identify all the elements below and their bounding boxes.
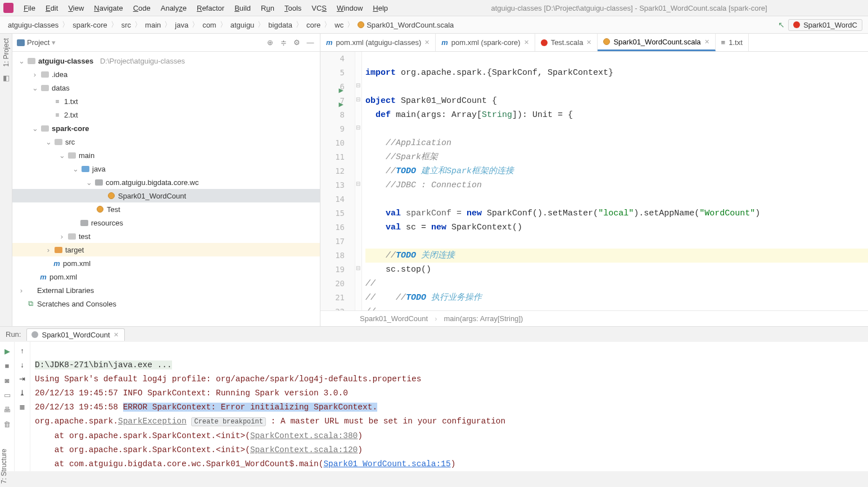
nav-back-icon[interactable]: ↖ xyxy=(775,20,788,29)
tab-test[interactable]: Test.scala✕ xyxy=(535,34,598,51)
tree-datas[interactable]: ⌄datas xyxy=(12,81,320,94)
tree-selected-file[interactable]: Spark01_WordCount xyxy=(12,189,320,202)
close-icon[interactable]: ✕ xyxy=(524,39,529,46)
tree-2txt[interactable]: ≡2.txt xyxy=(12,108,320,121)
menu-analyze[interactable]: Analyze xyxy=(156,2,191,14)
project-panel: Project ▾ ⊕ ≑ ⚙ — ⌄atguigu-classes D:\Pr… xyxy=(12,34,320,326)
left-tool-rail: 1: Project ◧ xyxy=(0,34,12,326)
fold-marker-icon[interactable]: ⊟ xyxy=(356,124,360,130)
console-line: org.apache.spark.SparkException Create b… xyxy=(35,417,505,426)
tree-main[interactable]: ⌄main xyxy=(12,148,320,162)
locate-icon[interactable]: ⊕ xyxy=(265,38,275,48)
crumb-wc[interactable]: wc xyxy=(332,21,346,29)
menu-help[interactable]: Help xyxy=(368,2,392,14)
menu-window[interactable]: Window xyxy=(332,2,367,14)
editor-tabs: mpom.xml (atguigu-classes)✕ mpom.xml (sp… xyxy=(320,34,868,52)
nav-breadcrumb: atguigu-classes〉 spark-core〉 src〉 main〉 … xyxy=(0,16,868,34)
tab-pom-core[interactable]: mpom.xml (spark-core)✕ xyxy=(436,34,535,51)
crumb-root[interactable]: atguigu-classes xyxy=(6,21,61,29)
crumb-method[interactable]: main(args: Array[String]) xyxy=(444,314,523,323)
tree-scratches[interactable]: ⧉Scratches and Consoles xyxy=(12,297,320,310)
tree-target[interactable]: ›target xyxy=(12,243,320,256)
tree-idea[interactable]: ›.idea xyxy=(12,67,320,81)
crumb-com[interactable]: com xyxy=(200,21,219,29)
tab-wordcount[interactable]: Spark01_WordCount.scala✕ xyxy=(598,34,715,51)
collapse-icon[interactable]: ≑ xyxy=(278,38,288,48)
hide-icon[interactable]: — xyxy=(305,38,315,48)
maven-icon: m xyxy=(326,38,333,47)
menu-code[interactable]: Code xyxy=(129,2,155,14)
crumb-core[interactable]: core xyxy=(304,21,323,29)
menu-navigate[interactable]: Navigate xyxy=(89,2,127,14)
up-icon[interactable]: ↑ xyxy=(20,346,24,355)
scroll-icon[interactable]: ⤓ xyxy=(19,389,25,397)
close-icon[interactable]: ✕ xyxy=(586,39,591,46)
menu-vcs[interactable]: VCS xyxy=(307,2,331,14)
tree-1txt[interactable]: ≡1.txt xyxy=(12,94,320,108)
run-config-selector[interactable]: Spark01_WordC xyxy=(788,19,862,31)
console-output[interactable]: D:\JDK8-271\bin\java.exe ... Using Spark… xyxy=(30,342,868,471)
fold-column[interactable]: ⊟ ⊟ ⊟ ⊟ ⊟ xyxy=(355,52,362,310)
scratch-icon: ⧉ xyxy=(26,300,35,308)
menu-edit[interactable]: Edit xyxy=(41,2,62,14)
crumb-class[interactable]: Spark01_WordCount xyxy=(360,314,428,323)
crumb-main[interactable]: main xyxy=(143,21,163,29)
crumb-atguigu[interactable]: atguigu xyxy=(228,21,257,29)
crumb-src[interactable]: src xyxy=(119,21,133,29)
tree-package[interactable]: ⌄com.atguigu.bigdata.core.wc xyxy=(12,175,320,189)
tree-external-libs[interactable]: ›External Libraries xyxy=(12,283,320,297)
editor-area: mpom.xml (atguigu-classes)✕ mpom.xml (sp… xyxy=(320,34,868,326)
tree-test-dir[interactable]: ›test xyxy=(12,229,320,243)
run-output: ▶ ■ ◙ ▭ 🖶 🗑 ↑ ↓ ⇥ ⤓ ≣ D:\JDK8-271\bin\ja… xyxy=(0,342,868,471)
run-gutter-icon[interactable]: ▶ xyxy=(338,83,343,89)
tab-1txt[interactable]: ≡1.txt xyxy=(716,34,749,51)
tab-pom-root[interactable]: mpom.xml (atguigu-classes)✕ xyxy=(320,34,436,51)
tree-resources[interactable]: resources xyxy=(12,216,320,229)
tree-java[interactable]: ⌄java xyxy=(12,162,320,175)
rail-project[interactable]: 1: Project xyxy=(2,38,10,67)
settings-icon[interactable]: ⚙ xyxy=(292,38,302,48)
fold-marker-icon[interactable]: ⊟ xyxy=(356,82,360,88)
project-panel-header: Project ▾ ⊕ ≑ ⚙ — xyxy=(12,34,320,52)
menu-refactor[interactable]: Refactor xyxy=(192,2,229,14)
editor-body[interactable]: 456▶7▶8910111213141516171819202122 ⊟ ⊟ ⊟… xyxy=(320,52,868,310)
filter-icon[interactable]: ≣ xyxy=(19,403,25,411)
create-breakpoint-button[interactable]: Create breakpoint xyxy=(191,417,265,426)
close-icon[interactable]: ✕ xyxy=(704,38,709,46)
window-title: atguigu-classes [D:\Project\atguigu-clas… xyxy=(394,4,865,12)
scala-object-icon xyxy=(603,38,610,45)
run-label: Run: xyxy=(6,330,21,339)
menu-view[interactable]: View xyxy=(64,2,88,14)
fold-marker-icon[interactable]: ⊟ xyxy=(356,96,360,102)
close-icon[interactable]: ✕ xyxy=(114,331,119,339)
line-gutter[interactable]: 456▶7▶8910111213141516171819202122 xyxy=(320,52,355,310)
tree-src[interactable]: ⌄src xyxy=(12,135,320,148)
menu-run[interactable]: Run xyxy=(256,2,279,14)
project-view-selector[interactable]: Project ▾ xyxy=(17,38,56,47)
run-tab[interactable]: Spark01_WordCount ✕ xyxy=(26,328,124,341)
tree-spark-core[interactable]: ⌄spark-core xyxy=(12,121,320,135)
menu-tools[interactable]: Tools xyxy=(280,2,306,14)
tree-root[interactable]: ⌄atguigu-classes D:\Project\atguigu-clas… xyxy=(12,54,320,67)
code-content[interactable]: import org.apache.spark.{SparkConf, Spar… xyxy=(362,52,868,310)
crumb-java[interactable]: java xyxy=(173,21,191,29)
menu-build[interactable]: Build xyxy=(230,2,255,14)
tree-test-class[interactable]: Test xyxy=(12,202,320,216)
fold-marker-icon[interactable]: ⊟ xyxy=(356,181,360,187)
run-gutter-icon[interactable]: ▶ xyxy=(338,97,343,103)
crumb-bigdata[interactable]: bigdata xyxy=(266,21,295,29)
close-icon[interactable]: ✕ xyxy=(424,39,430,46)
crumb-file[interactable]: Spark01_WordCount.scala xyxy=(355,21,456,29)
menu-file[interactable]: File xyxy=(19,2,40,14)
project-tree[interactable]: ⌄atguigu-classes D:\Project\atguigu-clas… xyxy=(12,52,320,313)
wrap-icon[interactable]: ⇥ xyxy=(19,375,25,383)
tree-pom-outer[interactable]: mpom.xml xyxy=(12,270,320,283)
console-line: Using Spark's default log4j profile: org… xyxy=(35,375,421,384)
crumb-module[interactable]: spark-core xyxy=(70,21,109,29)
maven-icon: m xyxy=(53,259,61,267)
rail-structure[interactable]: 7: Structure xyxy=(0,443,8,484)
rail-bookmark-icon[interactable]: ◧ xyxy=(3,74,10,82)
fold-marker-icon[interactable]: ⊟ xyxy=(356,265,360,271)
down-icon[interactable]: ↓ xyxy=(20,360,24,369)
tree-pom-inner[interactable]: mpom.xml xyxy=(12,256,320,270)
